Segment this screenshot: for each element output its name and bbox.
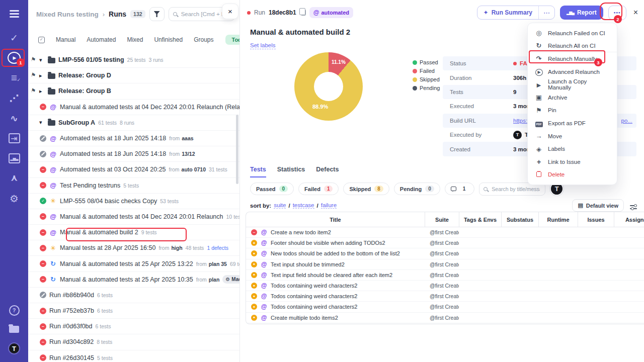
legend-item[interactable]: Passed (413, 59, 440, 65)
close-run-button[interactable]: × (632, 8, 639, 17)
run-list-item[interactable]: SubGroup A 61 tests 8 runs (28, 115, 239, 131)
panel-close-button[interactable]: × (222, 4, 238, 19)
run-list-item[interactable]: Run #752eb37b 6 tests (28, 303, 239, 319)
run-list-item[interactable]: Automated tests at 18 Jun 2025 14:18 fro… (28, 131, 239, 146)
runs-filter-tab[interactable]: Manual (56, 36, 75, 43)
legend-item[interactable]: Pending (413, 85, 440, 91)
run-summary-button[interactable]: Run Summary ⋯ (477, 6, 555, 20)
run-list-item[interactable]: Automated tests at 18 Jun 2025 14:18 fro… (28, 146, 239, 162)
legend-item[interactable]: Skipped (413, 76, 440, 82)
table-row[interactable]: Todos containing weird characters2 @firs… (246, 302, 644, 312)
run-list-item[interactable]: Manual & automated tests at 04 Dec 2024 … (28, 209, 239, 225)
menu-item[interactable]: Move (528, 130, 617, 143)
run-list-item[interactable]: Manual & automated tests at 04 Dec 2024 … (28, 100, 239, 115)
test-suite-cell[interactable]: @first Create ... (425, 304, 459, 310)
sidebar-nav-icon[interactable] (0, 108, 28, 128)
sidebar-nav-icon[interactable] (0, 68, 28, 88)
run-list-item[interactable]: LMP-555 08/04 basic checks Copy 53 tests (28, 194, 239, 209)
status-filter-chip[interactable]: Failed 1 (298, 183, 339, 195)
runs-filter-tab[interactable]: Unfinished (154, 36, 183, 43)
test-suite-cell[interactable]: @first Create ... (425, 283, 459, 289)
menu-item[interactable]: Advanced Relaunch (528, 65, 617, 78)
chevron-icon[interactable] (39, 72, 45, 79)
sidebar-nav-icon[interactable] (0, 48, 28, 68)
test-suite-cell[interactable]: @first Create ... (425, 315, 459, 321)
menu-item[interactable]: Relaunch Manually (528, 52, 617, 65)
run-list-item[interactable]: Manual tests at 28 Apr 2025 16:50 from h… (28, 240, 239, 256)
sidebar-nav-icon[interactable] (0, 88, 28, 108)
test-title[interactable]: New todos should be added to the bottom … (271, 250, 400, 256)
run-list-item[interactable]: Run #b86b940d 6 tests (28, 288, 239, 303)
table-row[interactable]: Footer should be visible when adding TOD… (246, 238, 644, 248)
table-column-header[interactable]: Assigned To (614, 212, 644, 227)
default-view-button[interactable]: Default view (572, 199, 624, 212)
run-list-item[interactable]: Release: Group D (28, 68, 239, 83)
chevron-icon[interactable] (39, 88, 45, 95)
runs-filter-tab[interactable]: Groups (194, 36, 213, 43)
copy-icon[interactable] (301, 10, 306, 16)
test-title[interactable]: Text input should be trimmed2 (271, 261, 345, 267)
table-column-header[interactable]: Title (246, 212, 425, 227)
sort-by-suite[interactable]: suite (274, 202, 286, 209)
run-list-item[interactable]: Manual & automated tests at 25 Apr 2025 … (28, 272, 239, 288)
test-suite-cell[interactable]: @first Create ... (425, 250, 459, 256)
test-title[interactable]: Todos containing weird characters2 (271, 283, 357, 289)
runs-filter-tab[interactable]: Automated (87, 36, 116, 43)
run-list-item[interactable]: Automated tests at 03 Oct 2024 20:25 fro… (28, 162, 239, 177)
test-suite-cell[interactable]: @first Create ... (425, 272, 459, 278)
test-title[interactable]: Todos containing weird characters2 (271, 293, 357, 299)
table-row[interactable]: New todos should be added to the bottom … (246, 248, 644, 259)
run-list-item[interactable]: Run #d304c892 8 tests (28, 334, 239, 350)
test-title[interactable]: Create multiple todo items2 (271, 315, 338, 321)
sort-by-failure[interactable]: failure (321, 202, 337, 209)
status-filter-chip[interactable]: Skipped 8 (343, 183, 389, 195)
help-icon[interactable] (0, 301, 28, 320)
test-title[interactable]: Todos containing weird characters2 (271, 304, 357, 310)
projects-icon[interactable] (0, 320, 28, 339)
test-suite-cell[interactable]: @first Create ... (425, 293, 459, 299)
menu-item[interactable]: Relaunch Failed on CI (528, 27, 617, 40)
runs-filter-tab[interactable]: Mixed (127, 36, 143, 43)
run-summary-more-button[interactable]: ⋯ (538, 6, 554, 19)
menu-item[interactable]: Archive (528, 91, 617, 104)
test-title[interactable]: Footer should be visible when adding TOD… (271, 240, 385, 246)
table-row[interactable]: Todos containing weird characters2 @firs… (246, 291, 644, 302)
legend-item[interactable]: Failed (413, 68, 440, 74)
sort-by-testcase[interactable]: testcase (293, 202, 314, 209)
run-tab[interactable]: Statistics (277, 166, 305, 177)
workspace-avatar[interactable]: T (8, 342, 20, 354)
menu-item[interactable]: Launch a Copy Manually (528, 78, 617, 91)
breadcrumb-project[interactable]: Mixed Runs testing (36, 11, 99, 18)
menu-item[interactable]: Link to Issue (528, 155, 617, 168)
comments-filter-chip[interactable]: 1 (445, 183, 475, 195)
run-list-item[interactable]: LMP-556 01/05 testing 25 tests 3 runs (28, 52, 239, 68)
scrollbar-thumb[interactable] (236, 115, 238, 184)
run-defects-count[interactable]: 1 defects (207, 245, 228, 251)
test-title[interactable]: Text input field should be cleared after… (271, 272, 392, 278)
menu-item[interactable]: Export as PDF (528, 117, 617, 130)
chevron-icon[interactable] (39, 57, 45, 63)
sidebar-nav-icon[interactable] (0, 128, 28, 148)
run-tab[interactable]: Defects (316, 166, 339, 177)
run-list-item[interactable]: Manual & automated build 2 9 tests (28, 225, 239, 240)
table-row[interactable]: Text input field should be cleared after… (246, 270, 644, 281)
run-list-item[interactable]: Run #0d63f0bd 6 tests (28, 319, 239, 334)
sidebar-nav-icon[interactable] (0, 168, 28, 189)
run-list-item[interactable]: Release: Group B (28, 83, 239, 99)
sidebar-nav-icon[interactable] (0, 189, 28, 209)
set-labels-link[interactable]: Set labels (250, 42, 276, 49)
run-list-item[interactable]: Test Pending testruns 5 tests (28, 178, 239, 194)
menu-item[interactable]: Labels (528, 142, 617, 155)
table-row[interactable]: Todos containing weird characters2 @firs… (246, 281, 644, 291)
run-list-item[interactable]: Run #26d30145 5 tests (28, 350, 239, 362)
table-row[interactable]: Create multiple todo items2 @first Creat… (246, 313, 644, 323)
test-suite-cell[interactable]: @first Create ... (425, 229, 459, 235)
run-list-item[interactable]: Manual & automated tests at 25 Apr 2025 … (28, 256, 239, 272)
test-title[interactable]: Create a new todo item2 (271, 229, 331, 235)
status-filter-chip[interactable]: Pending 0 (394, 183, 440, 195)
chevron-icon[interactable] (39, 119, 45, 126)
table-column-header[interactable]: Suite (425, 212, 459, 227)
table-column-header[interactable]: Tags & Envs (459, 212, 501, 227)
table-column-header[interactable]: Issues (578, 212, 614, 227)
sidebar-nav-icon[interactable] (0, 28, 28, 48)
